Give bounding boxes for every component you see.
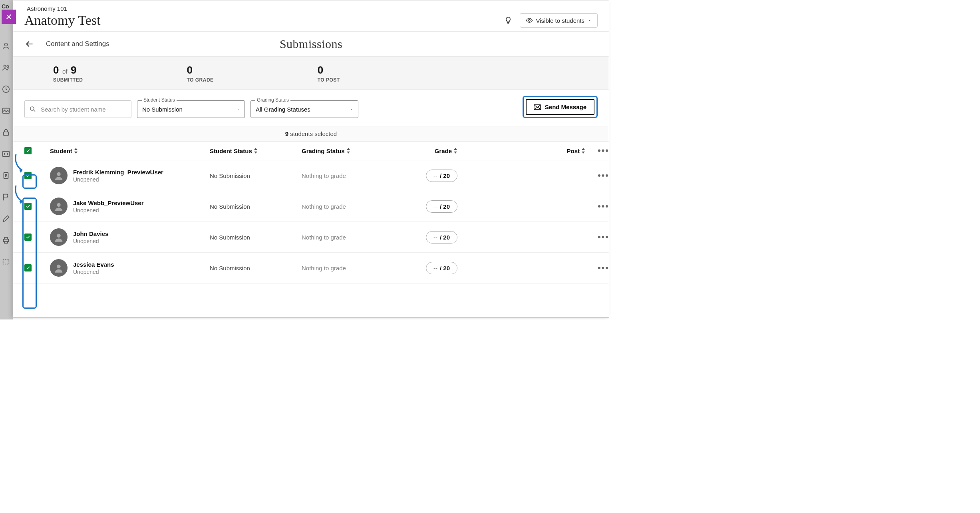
svg-rect-8 xyxy=(3,152,10,157)
svg-rect-11 xyxy=(4,238,7,240)
printer-icon[interactable] xyxy=(2,236,10,245)
student-name[interactable]: John Davies xyxy=(73,230,108,237)
grading-status-cell: Nothing to grade xyxy=(302,234,382,241)
grading-status-filter[interactable]: Grading Status All Grading Statuses xyxy=(250,100,358,118)
submitted-of: of xyxy=(62,68,68,75)
close-button[interactable] xyxy=(2,10,16,24)
visibility-dropdown[interactable]: Visible to students xyxy=(520,13,598,28)
row-more-button[interactable]: ••• xyxy=(598,170,609,181)
clock-icon[interactable] xyxy=(2,85,10,94)
col-grade[interactable]: Grade xyxy=(382,148,457,154)
col-student[interactable]: Student xyxy=(50,148,210,154)
student-substatus: Unopened xyxy=(73,238,108,244)
sort-icon xyxy=(346,148,350,154)
grading-status-cell: Nothing to grade xyxy=(302,172,382,179)
header-more-button[interactable]: ••• xyxy=(598,146,609,156)
lightbulb-icon[interactable] xyxy=(504,16,513,25)
select-all-checkbox[interactable] xyxy=(24,147,32,154)
svg-rect-13 xyxy=(3,260,9,264)
svg-point-3 xyxy=(4,65,6,68)
image-icon[interactable] xyxy=(2,106,10,115)
col-student-status[interactable]: Student Status xyxy=(210,148,302,154)
student-status-cell: No Submission xyxy=(210,234,302,241)
grade-input[interactable]: --/ 20 xyxy=(426,262,457,274)
sort-icon xyxy=(254,148,258,154)
submitted-total: 9 xyxy=(71,64,76,76)
student-name[interactable]: Jake Webb_PreviewUser xyxy=(73,200,144,206)
back-button[interactable] xyxy=(24,39,35,49)
topost-label: TO POST xyxy=(318,77,340,83)
submissions-table: Student Student Status Grading Status Gr… xyxy=(13,142,609,283)
svg-point-21 xyxy=(57,265,60,268)
student-status-cell: No Submission xyxy=(210,203,302,210)
student-status-label: Student Status xyxy=(142,97,177,103)
caret-down-icon xyxy=(349,107,354,112)
svg-point-20 xyxy=(57,234,60,238)
student-name[interactable]: Jessica Evans xyxy=(73,261,114,268)
svg-point-19 xyxy=(57,203,60,207)
table-header: Student Student Status Grading Status Gr… xyxy=(13,142,609,160)
row-more-button[interactable]: ••• xyxy=(598,201,609,212)
student-status-cell: No Submission xyxy=(210,265,302,271)
stat-tograde: 0 TO GRADE xyxy=(187,64,214,83)
svg-line-16 xyxy=(34,110,35,112)
main-panel: Astronomy 101 Anatomy Test Visible to st… xyxy=(13,0,609,318)
nav-row: Content and Settings Submissions xyxy=(13,31,609,56)
svg-point-15 xyxy=(30,107,34,110)
send-message-label: Send Message xyxy=(545,104,586,110)
student-status-cell: No Submission xyxy=(210,172,302,179)
table-row: Fredrik Klemming_PreviewUser Unopened No… xyxy=(13,160,609,191)
col-grading-status[interactable]: Grading Status xyxy=(302,148,382,154)
tograde-count: 0 xyxy=(187,64,214,76)
selected-suffix: students selected xyxy=(288,130,337,137)
sort-icon xyxy=(453,148,457,154)
student-substatus: Unopened xyxy=(73,207,144,214)
grade-input[interactable]: --/ 20 xyxy=(426,231,457,244)
avatar xyxy=(50,228,68,246)
code-icon[interactable] xyxy=(2,150,10,158)
row-checkbox[interactable] xyxy=(24,234,32,241)
clipboard-icon[interactable] xyxy=(2,171,10,180)
users-icon[interactable] xyxy=(2,63,10,72)
row-checkbox[interactable] xyxy=(24,172,32,179)
submitted-label: SUBMITTED xyxy=(53,77,83,83)
pencil-icon[interactable] xyxy=(2,214,10,223)
user-icon[interactable] xyxy=(2,42,10,50)
dashed-box-icon[interactable] xyxy=(2,257,10,266)
grade-input[interactable]: --/ 20 xyxy=(426,170,457,182)
topost-count: 0 xyxy=(318,64,340,76)
send-message-highlight: Send Message xyxy=(523,96,598,118)
background-text: Co xyxy=(2,3,9,10)
row-checkbox[interactable] xyxy=(24,203,32,210)
selected-bar: 9 students selected xyxy=(13,126,609,142)
close-icon xyxy=(5,13,12,20)
search-input[interactable] xyxy=(24,100,131,118)
panel-header: Astronomy 101 Anatomy Test Visible to st… xyxy=(13,0,609,31)
student-substatus: Unopened xyxy=(73,269,114,275)
nav-title: Submissions xyxy=(280,37,342,51)
col-post[interactable]: Post xyxy=(457,148,585,154)
svg-point-18 xyxy=(57,172,60,176)
row-more-button[interactable]: ••• xyxy=(598,232,609,242)
avatar xyxy=(50,259,68,277)
send-message-button[interactable]: Send Message xyxy=(526,99,594,115)
stats-bar: 0 of 9 SUBMITTED 0 TO GRADE 0 TO POST xyxy=(13,56,609,90)
filters-row: Student Status No Submission Grading Sta… xyxy=(13,90,609,126)
row-checkbox[interactable] xyxy=(24,264,32,271)
lock-icon[interactable] xyxy=(2,128,10,137)
flag-icon[interactable] xyxy=(2,193,10,202)
sort-icon xyxy=(74,148,78,154)
grade-input[interactable]: --/ 20 xyxy=(426,200,457,213)
eye-icon xyxy=(526,17,533,24)
tograde-label: TO GRADE xyxy=(187,77,214,83)
caret-down-icon xyxy=(236,107,241,112)
student-status-filter[interactable]: Student Status No Submission xyxy=(137,100,245,118)
grading-status-cell: Nothing to grade xyxy=(302,265,382,271)
row-more-button[interactable]: ••• xyxy=(598,263,609,273)
submitted-count: 0 xyxy=(53,64,59,76)
mail-icon xyxy=(534,104,541,110)
student-name[interactable]: Fredrik Klemming_PreviewUser xyxy=(73,169,163,176)
svg-rect-12 xyxy=(4,241,7,244)
breadcrumb[interactable]: Astronomy 101 xyxy=(27,5,101,12)
nav-back-label[interactable]: Content and Settings xyxy=(46,40,109,48)
